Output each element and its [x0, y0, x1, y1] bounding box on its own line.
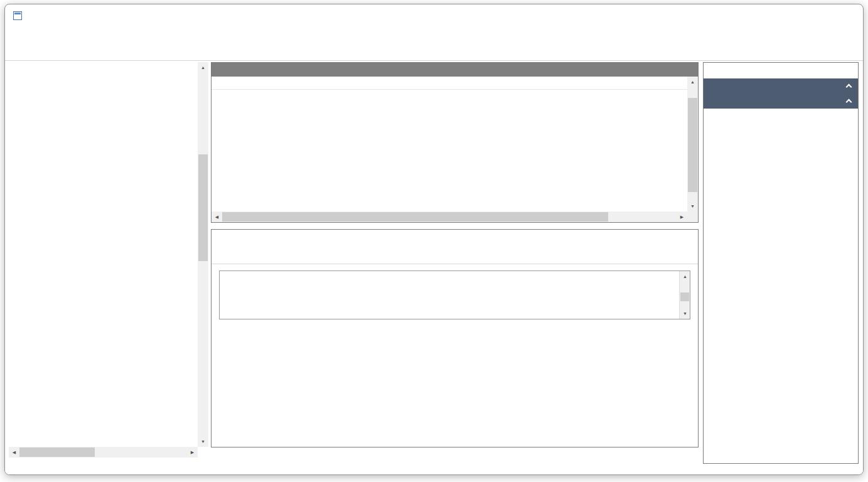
collapse-section-icon[interactable] — [846, 83, 852, 89]
actions-section-header-event[interactable] — [704, 94, 858, 109]
scroll-right-icon[interactable]: ▶ — [677, 212, 687, 222]
console-tree-panel: ▲ ▼ ◀ ▶ — [9, 62, 208, 458]
actions-section-header-operational[interactable] — [704, 78, 858, 94]
main-content: ▲ ▼ ◀ ▶ — [5, 61, 863, 474]
minimize-button[interactable] — [776, 4, 805, 27]
column-headers — [212, 77, 687, 90]
actions-pane — [703, 62, 859, 464]
tree-horizontal-scrollbar[interactable]: ◀ ▶ — [9, 447, 198, 458]
log-header-bar — [212, 63, 698, 77]
detail-tabs — [212, 247, 698, 264]
scroll-down-icon[interactable]: ▼ — [687, 201, 698, 212]
event-detail-header — [212, 230, 698, 247]
scroll-right-icon[interactable]: ▶ — [187, 447, 198, 458]
scroll-down-icon[interactable]: ▼ — [680, 308, 690, 319]
events-horizontal-scrollbar[interactable]: ◀ ▶ — [212, 212, 687, 222]
events-vertical-scrollbar[interactable]: ▲ ▼ — [687, 77, 698, 212]
scrollbar-thumb[interactable] — [222, 212, 608, 222]
scrollbar-thumb[interactable] — [688, 98, 697, 192]
scrollbar-thumb[interactable] — [19, 447, 95, 457]
collapse-section-icon[interactable] — [846, 98, 852, 104]
app-icon — [13, 11, 23, 21]
events-panel: ▲ ▼ ◀ ▶ — [211, 62, 699, 223]
close-button[interactable] — [834, 4, 863, 27]
event-message-box: ▲ ▼ — [219, 270, 690, 319]
scrollbar-thumb[interactable] — [198, 154, 208, 261]
window-controls — [776, 4, 863, 27]
scroll-down-icon[interactable]: ▼ — [198, 436, 208, 447]
scroll-up-icon[interactable]: ▲ — [687, 77, 698, 87]
scrollbar-corner — [687, 212, 698, 222]
titlebar — [5, 4, 863, 27]
actions-title — [704, 63, 858, 78]
console-tree — [9, 62, 198, 447]
scroll-left-icon[interactable]: ◀ — [212, 212, 222, 222]
event-viewer-window: ▲ ▼ ◀ ▶ — [4, 4, 864, 475]
scroll-left-icon[interactable]: ◀ — [9, 447, 19, 458]
maximize-button[interactable] — [805, 4, 834, 27]
event-detail-pane: ▲ ▼ — [211, 229, 699, 447]
scrollbar-thumb[interactable] — [680, 292, 689, 301]
menubar — [5, 27, 863, 43]
tree-vertical-scrollbar[interactable]: ▲ ▼ — [198, 62, 208, 447]
center-pane: ▲ ▼ ◀ ▶ — [211, 61, 699, 474]
scroll-up-icon[interactable]: ▲ — [680, 271, 690, 282]
event-list — [212, 90, 687, 212]
scroll-up-icon[interactable]: ▲ — [198, 62, 208, 73]
toolbar — [5, 43, 863, 61]
message-scrollbar[interactable]: ▲ ▼ — [679, 271, 690, 319]
